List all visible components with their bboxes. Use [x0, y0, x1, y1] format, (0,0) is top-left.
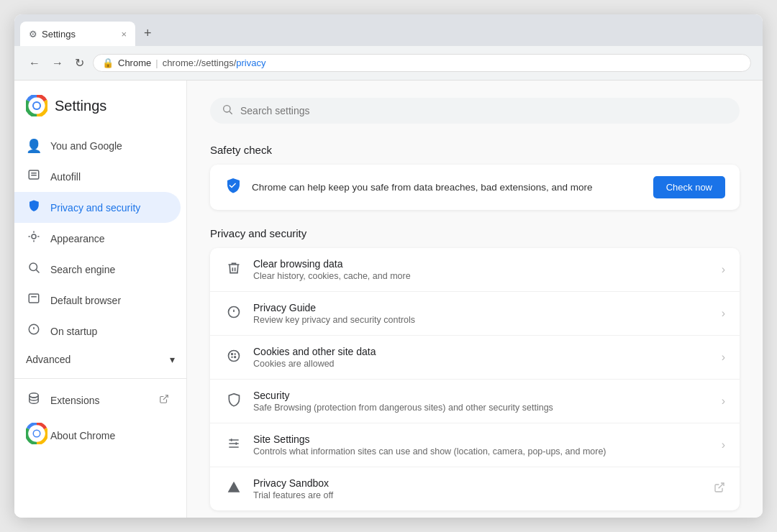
security-arrow: › [722, 395, 725, 408]
address-bar: ← → ↻ 🔒 Chrome | chrome://settings/priva… [14, 46, 763, 81]
sidebar-label-default-browser: Default browser [50, 295, 121, 306]
clear-browsing-data-icon [224, 261, 243, 279]
sidebar-label-extensions: Extensions [50, 395, 99, 406]
check-now-button[interactable]: Check now [653, 176, 725, 198]
content-area: Safety check Chrome can help keep you sa… [187, 81, 763, 518]
sidebar-item-appearance[interactable]: Appearance [14, 223, 181, 254]
search-bar[interactable] [210, 98, 740, 124]
search-icon [222, 104, 233, 118]
sidebar-divider [14, 378, 186, 379]
safety-shield-icon [224, 177, 242, 198]
extensions-icon [26, 392, 42, 408]
security-text: Security Safe Browsing (protection from … [253, 390, 712, 413]
svg-line-13 [36, 270, 39, 272]
svg-rect-14 [29, 294, 39, 303]
sidebar-item-default-browser[interactable]: Default browser [14, 285, 181, 316]
sidebar-item-extensions[interactable]: Extensions [14, 385, 181, 416]
svg-point-32 [232, 357, 232, 357]
chrome-logo-icon [26, 95, 47, 116]
privacy-sandbox-text: Privacy Sandbox Trial features are off [253, 477, 704, 500]
shield-blue-icon [26, 199, 42, 216]
privacy-sandbox-icon [224, 480, 243, 498]
url-separator: | [155, 58, 158, 68]
sidebar-item-you-and-google[interactable]: 👤 You and Google [14, 131, 181, 161]
svg-line-39 [719, 483, 724, 488]
site-settings-arrow: › [722, 439, 725, 451]
settings-item-site-settings[interactable]: Site Settings Controls what information … [210, 423, 740, 467]
privacy-sandbox-title: Privacy Sandbox [253, 477, 704, 489]
url-path: chrome://settings/privacy [163, 58, 266, 68]
back-button[interactable]: ← [26, 54, 43, 73]
url-site: Chrome [118, 58, 151, 68]
svg-line-24 [230, 111, 232, 114]
search-engine-icon [26, 261, 42, 278]
privacy-sandbox-subtitle: Trial features are off [253, 490, 704, 500]
person-icon: 👤 [26, 138, 42, 154]
settings-item-security[interactable]: Security Safe Browsing (protection from … [210, 380, 740, 423]
site-settings-icon [224, 436, 243, 454]
sidebar-label-about-chrome: About Chrome [50, 430, 115, 441]
startup-icon [26, 323, 42, 339]
sidebar-label-appearance: Appearance [50, 233, 105, 244]
cookies-arrow: › [722, 351, 725, 364]
cookies-title: Cookies and other site data [253, 346, 712, 357]
sidebar-item-search-engine[interactable]: Search engine [14, 254, 181, 285]
tab-close-button[interactable]: × [121, 29, 127, 40]
autofill-icon [26, 168, 42, 185]
settings-item-privacy-guide[interactable]: Privacy Guide Review key privacy and sec… [210, 292, 740, 336]
cookies-icon [224, 349, 243, 367]
privacy-guide-icon [224, 305, 243, 323]
sidebar-item-on-startup[interactable]: On startup [14, 316, 181, 347]
advanced-arrow-icon: ▾ [170, 354, 175, 365]
privacy-guide-arrow: › [722, 307, 725, 320]
cookies-subtitle: Cookies are allowed [253, 359, 712, 369]
tab-bar: ⚙ Settings × + [14, 14, 763, 46]
site-settings-title: Site Settings [253, 434, 712, 445]
clear-browsing-data-text: Clear browsing data Clear history, cooki… [253, 258, 712, 281]
settings-item-privacy-sandbox[interactable]: Privacy Sandbox Trial features are off [210, 467, 740, 510]
sidebar-label-on-startup: On startup [50, 326, 97, 337]
privacy-guide-text: Privacy Guide Review key privacy and sec… [253, 302, 712, 325]
svg-point-29 [232, 353, 233, 354]
settings-item-clear-browsing-data[interactable]: Clear browsing data Clear history, cooki… [210, 248, 740, 292]
sidebar: Settings 👤 You and Google Autofill Priva… [14, 81, 187, 518]
url-bar[interactable]: 🔒 Chrome | chrome://settings/privacy [93, 54, 751, 72]
sidebar-label-privacy: Privacy and security [50, 202, 140, 214]
svg-marker-38 [228, 481, 240, 492]
safety-check-description: Chrome can help keep you safe from data … [252, 182, 643, 193]
svg-point-18 [29, 393, 38, 398]
tab-favicon: ⚙ [29, 29, 37, 40]
advanced-section[interactable]: Advanced ▾ [14, 347, 186, 372]
svg-point-22 [34, 431, 40, 436]
privacy-sandbox-external-icon [714, 482, 725, 496]
lock-icon: 🔒 [102, 58, 114, 68]
search-input[interactable] [240, 105, 728, 116]
cookies-text: Cookies and other site data Cookies are … [253, 346, 712, 369]
url-path-highlight: privacy [236, 58, 265, 68]
main-area: Settings 👤 You and Google Autofill Priva… [14, 81, 763, 518]
advanced-label: Advanced [26, 354, 71, 365]
safety-check-section-title: Safety check [210, 144, 740, 156]
site-settings-subtitle: Controls what information sites can use … [253, 446, 712, 457]
extensions-external-icon [159, 394, 169, 406]
privacy-security-section-title: Privacy and security [210, 227, 740, 239]
svg-point-28 [229, 350, 240, 361]
privacy-guide-subtitle: Review key privacy and security controls [253, 315, 712, 325]
sidebar-header: Settings [14, 95, 186, 131]
settings-item-cookies[interactable]: Cookies and other site data Cookies are … [210, 336, 740, 380]
refresh-button[interactable]: ↻ [72, 53, 87, 73]
new-tab-button[interactable]: + [138, 23, 158, 44]
appearance-icon [26, 230, 42, 247]
sidebar-label-you-and-google: You and Google [50, 140, 122, 152]
settings-tab[interactable]: ⚙ Settings × [20, 22, 135, 46]
svg-point-30 [235, 356, 236, 357]
sidebar-item-about-chrome[interactable]: About Chrome [14, 416, 181, 455]
sidebar-item-autofill[interactable]: Autofill [14, 161, 181, 192]
clear-browsing-data-arrow: › [722, 263, 725, 276]
privacy-guide-title: Privacy Guide [253, 302, 712, 313]
browser-window: ⚙ Settings × + ← → ↻ 🔒 Chrome | chrome:/… [14, 14, 763, 518]
forward-button[interactable]: → [49, 54, 66, 73]
sidebar-label-search-engine: Search engine [50, 264, 115, 275]
sidebar-item-privacy-and-security[interactable]: Privacy and security [14, 192, 181, 223]
svg-point-23 [224, 106, 230, 112]
